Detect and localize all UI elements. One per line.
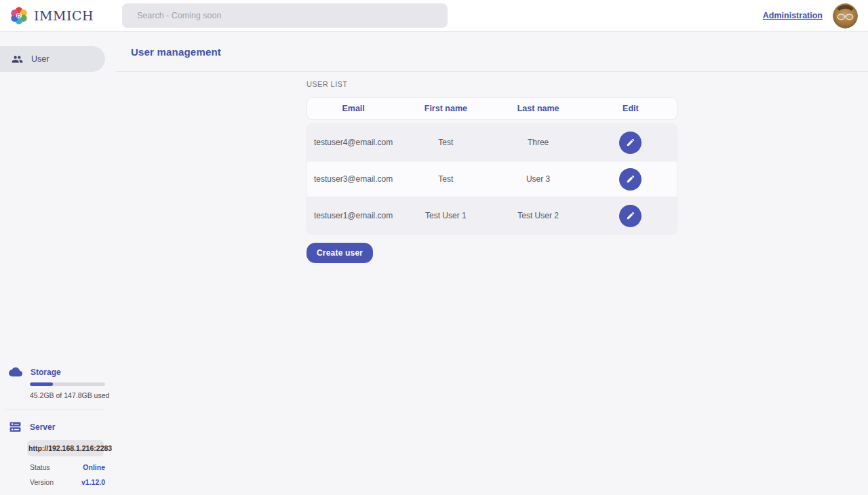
page-header: User management xyxy=(116,32,868,72)
pencil-icon xyxy=(626,211,635,220)
storage-title: Storage xyxy=(31,368,61,377)
server-icon xyxy=(9,420,22,433)
sidebar-divider xyxy=(5,410,105,410)
edit-user-button[interactable] xyxy=(619,168,642,191)
server-title: Server xyxy=(30,422,55,432)
cloud-icon xyxy=(9,366,22,378)
cell-email: testuser1@email.com xyxy=(307,211,399,220)
status-label: Status xyxy=(30,463,50,471)
table-row: testuser1@email.com Test User 1 Test Use… xyxy=(307,197,677,234)
status-value: Online xyxy=(83,463,105,471)
user-table-body: testuser4@email.com Test Three testuser3… xyxy=(307,123,677,235)
cell-first-name: Test xyxy=(399,138,492,147)
immich-flower-icon xyxy=(9,5,29,26)
table-row: testuser4@email.com Test Three xyxy=(307,124,677,161)
version-label: Version xyxy=(30,478,54,486)
top-navbar: IMMICH Administration xyxy=(0,0,868,32)
storage-section-header: Storage xyxy=(0,366,116,378)
column-header-last-name: Last name xyxy=(492,104,585,113)
people-icon xyxy=(12,54,23,65)
user-avatar[interactable] xyxy=(833,3,858,28)
search-input[interactable] xyxy=(122,3,448,28)
app-logo[interactable]: IMMICH xyxy=(0,5,94,26)
pencil-icon xyxy=(626,174,635,184)
sidebar-item-user[interactable]: User xyxy=(0,46,105,72)
cell-email: testuser4@email.com xyxy=(307,138,399,147)
edit-user-button[interactable] xyxy=(619,132,642,154)
cell-first-name: Test User 1 xyxy=(399,211,492,220)
cell-first-name: Test xyxy=(399,174,492,184)
edit-user-button[interactable] xyxy=(619,205,642,227)
sidebar: User Storage 45.2GB of 147.8GB used xyxy=(0,32,116,495)
server-version-row: Version v1.12.0 xyxy=(30,478,105,486)
sidebar-item-label: User xyxy=(31,54,49,64)
version-value: v1.12.0 xyxy=(81,478,105,486)
column-header-edit: Edit xyxy=(585,104,677,113)
table-header-row: Email First name Last name Edit xyxy=(307,97,677,120)
cell-last-name: User 3 xyxy=(492,174,585,184)
column-header-email: Email xyxy=(307,104,399,113)
main-content: User management USER LIST Email First na… xyxy=(116,32,868,495)
app-title: IMMICH xyxy=(34,8,94,23)
cell-last-name: Three xyxy=(492,138,585,147)
page-title: User management xyxy=(131,46,221,58)
storage-usage-text: 45.2GB of 147.8GB used xyxy=(30,391,116,399)
sidebar-bottom-panel: Storage 45.2GB of 147.8GB used Server ht… xyxy=(0,366,116,495)
server-status-row: Status Online xyxy=(30,463,105,471)
topbar-right-group: Administration xyxy=(763,3,868,28)
create-user-button[interactable]: Create user xyxy=(307,243,373,263)
user-list-label: USER LIST xyxy=(307,80,677,88)
cell-email: testuser3@email.com xyxy=(307,174,399,184)
table-row: testuser3@email.com Test User 3 xyxy=(307,161,677,197)
administration-link[interactable]: Administration xyxy=(763,11,823,20)
server-url-badge: http://192.168.1.216:2283 xyxy=(27,440,104,456)
storage-progress-fill xyxy=(30,382,53,386)
column-header-first-name: First name xyxy=(399,104,492,113)
user-list-section: USER LIST Email First name Last name Edi… xyxy=(307,80,677,263)
cell-last-name: Test User 2 xyxy=(492,211,585,220)
storage-progress-bar xyxy=(30,382,105,386)
pencil-icon xyxy=(626,138,635,147)
server-section-header: Server xyxy=(0,420,116,433)
